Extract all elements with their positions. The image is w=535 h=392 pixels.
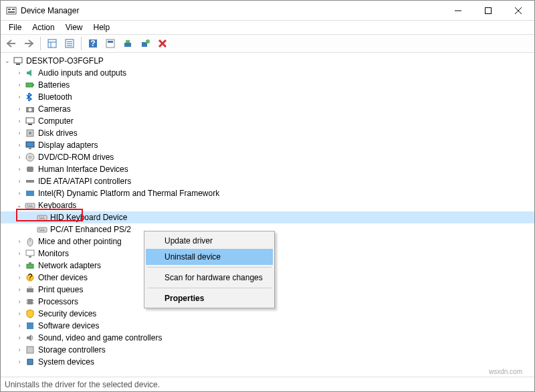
tree-category[interactable]: ⌄Keyboards [1, 199, 534, 211]
expander-icon[interactable]: › [15, 177, 23, 185]
device-icon [25, 296, 35, 307]
device-label: Bluetooth [38, 92, 72, 102]
device-label: Intel(R) Dynamic Platform and Thermal Fr… [38, 189, 219, 198]
maximize-button[interactable] [473, 1, 503, 20]
device-label: Keyboards [38, 201, 76, 210]
svg-rect-47 [37, 215, 47, 220]
svg-rect-5 [485, 7, 491, 13]
close-button[interactable] [503, 1, 533, 20]
expander-icon[interactable]: › [15, 322, 23, 330]
expander-icon[interactable]: › [15, 274, 23, 282]
svg-rect-28 [33, 84, 34, 86]
device-icon [25, 92, 35, 102]
tree-category[interactable]: ›Batteries [1, 79, 534, 91]
device-tree[interactable]: ⌄DESKTOP-O3FGFLP›Audio inputs and output… [1, 54, 534, 377]
expander-icon[interactable]: › [15, 189, 23, 197]
show-hidden-button[interactable] [44, 35, 60, 52]
expander-icon[interactable]: › [15, 81, 23, 89]
tree-category[interactable]: ›Human Interface Devices [1, 163, 534, 175]
expander-icon[interactable]: › [15, 346, 23, 354]
svg-rect-13 [67, 43, 72, 44]
expander-icon[interactable]: › [15, 93, 23, 101]
tree-category[interactable]: ›IDE ATA/ATAPI controllers [1, 175, 534, 187]
device-label: Processors [38, 297, 78, 306]
expander-icon[interactable]: › [15, 165, 23, 173]
expander-icon[interactable]: › [15, 69, 23, 77]
update-driver-button[interactable] [120, 35, 136, 52]
tree-root[interactable]: ⌄DESKTOP-O3FGFLP [1, 55, 534, 67]
tree-category[interactable]: ›Audio inputs and outputs [1, 67, 534, 79]
expander-icon[interactable]: › [15, 237, 23, 246]
device-icon [25, 236, 35, 247]
svg-rect-46 [27, 206, 33, 207]
tree-category[interactable]: ›Computer [1, 115, 534, 127]
tree-category[interactable]: ›Security devices [1, 308, 534, 320]
device-icon [25, 188, 35, 199]
device-label: Human Interface Devices [38, 165, 128, 174]
tree-category[interactable]: ›System devices [1, 356, 534, 368]
menu-help[interactable]: Help [88, 21, 116, 33]
expander-icon[interactable]: › [15, 129, 23, 137]
expander-icon[interactable] [27, 225, 35, 233]
svg-rect-44 [29, 205, 30, 205]
app-icon [6, 5, 17, 16]
svg-rect-55 [43, 229, 44, 229]
expander-icon[interactable]: › [15, 262, 23, 270]
menu-view[interactable]: View [60, 21, 88, 33]
svg-rect-8 [48, 39, 56, 47]
svg-rect-41 [26, 191, 34, 196]
svg-rect-35 [26, 142, 34, 147]
device-label: Audio inputs and outputs [38, 68, 126, 78]
help-button[interactable]: ? [85, 35, 101, 52]
tree-device[interactable]: HID Keyboard Device [1, 211, 534, 223]
svg-point-38 [29, 157, 31, 159]
window-title: Device Manager [21, 6, 443, 15]
tree-category[interactable]: ›Software devices [1, 320, 534, 332]
tree-category[interactable]: ›Sound, video and game controllers [1, 332, 534, 344]
tree-category[interactable]: ›Display adapters [1, 139, 534, 151]
expander-icon[interactable]: › [15, 334, 23, 342]
expander-icon[interactable]: ⌄ [3, 57, 11, 65]
svg-rect-66 [28, 286, 32, 288]
svg-rect-52 [37, 227, 47, 232]
device-icon [25, 248, 35, 259]
menu-file[interactable]: File [3, 21, 27, 33]
scan-hardware-button[interactable] [137, 35, 153, 52]
expander-icon[interactable]: › [15, 298, 23, 306]
svg-rect-0 [7, 7, 16, 14]
svg-rect-67 [27, 299, 33, 304]
expander-icon[interactable]: › [15, 286, 23, 294]
ctx-uninstall-device[interactable]: Uninstall device [146, 249, 273, 265]
device-icon [25, 164, 35, 175]
expander-icon[interactable]: › [15, 250, 23, 258]
minimize-button[interactable] [443, 1, 473, 20]
device-icon [25, 332, 35, 343]
svg-rect-60 [29, 256, 31, 258]
properties-button[interactable] [102, 35, 118, 52]
expander-icon[interactable]: › [15, 141, 23, 149]
properties-window-button[interactable] [62, 35, 78, 52]
svg-rect-3 [8, 11, 15, 13]
ctx-properties[interactable]: Properties [146, 290, 273, 306]
tree-category[interactable]: ›Cameras [1, 103, 534, 115]
back-button[interactable] [3, 35, 19, 52]
tree-category[interactable]: ›DVD/CD-ROM drives [1, 151, 534, 163]
menu-action[interactable]: Action [27, 21, 60, 33]
ctx-scan-hardware[interactable]: Scan for hardware changes [146, 270, 273, 286]
expander-icon[interactable]: › [15, 105, 23, 113]
ctx-update-driver[interactable]: Update driver [146, 233, 273, 249]
expander-icon[interactable]: › [15, 117, 23, 125]
device-label: PC/AT Enhanced PS/2 [50, 225, 131, 234]
uninstall-button[interactable] [154, 35, 171, 52]
tree-category[interactable]: ›Bluetooth [1, 91, 534, 103]
expander-icon[interactable]: ⌄ [15, 201, 23, 209]
tree-category[interactable]: ›Disk drives [1, 127, 534, 139]
tree-category[interactable]: ›Intel(R) Dynamic Platform and Thermal F… [1, 187, 534, 199]
ctx-divider [147, 267, 272, 268]
expander-icon[interactable] [27, 213, 35, 221]
forward-button[interactable] [21, 35, 37, 52]
expander-icon[interactable]: › [15, 310, 23, 318]
expander-icon[interactable]: › [15, 358, 23, 366]
tree-category[interactable]: ›Storage controllers [1, 344, 534, 356]
expander-icon[interactable]: › [15, 153, 23, 161]
